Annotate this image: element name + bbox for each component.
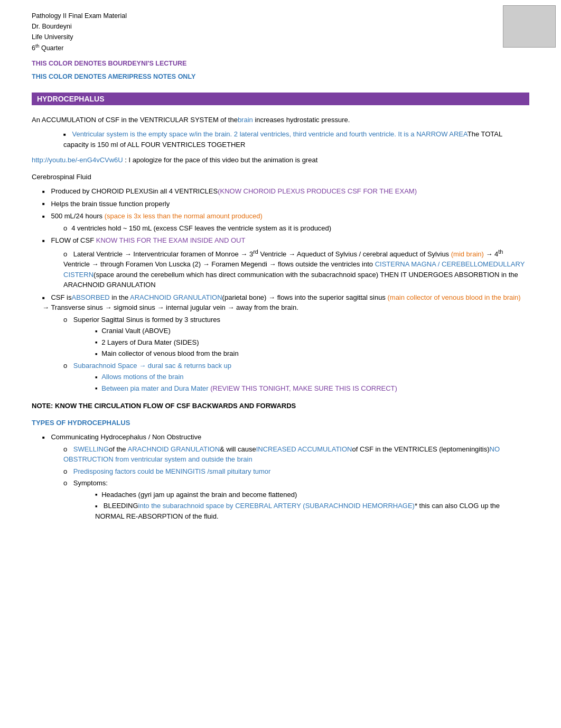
- csf-subarachnoid-space: Subarachnoid Space → dural sac & returns…: [63, 361, 529, 394]
- csf-item3-text: 500 mL/24 hours: [51, 212, 102, 220]
- csf-arachnoid-gran: ARACHNOID GRANULATION: [130, 293, 222, 301]
- subarachnoid-hemorrhage: (SUBARACHNOID HEMORRHAGE): [303, 502, 415, 510]
- csf-absorbed: ABSORBED: [71, 293, 109, 301]
- csf-item1-purple: (KNOW CHOROID PLEXUS PRODUCES CSF FOR TH…: [218, 187, 417, 195]
- header-info: Pathology II Final Exam Material Dr. Bou…: [32, 11, 529, 53]
- bourdeyni-note: THIS COLOR DENOTES BOURDEYNI'S LECTURE: [32, 59, 529, 69]
- csf-item1-black2: in all 4 VENTRICLES: [153, 187, 218, 195]
- csf-cranial-vault: Cranial Vault (ABOVE): [95, 326, 529, 336]
- increased-accum-text: INCREASED ACCUMULATION: [256, 445, 352, 453]
- arachnoid-gran-text: ARACHNOID GRANULATION: [127, 445, 220, 453]
- bleeding-symptom: BLEEDINGinto the subarachnoid space by C…: [95, 501, 529, 521]
- predisposing-factors: Predisposing factors could be MENINGITIS…: [63, 466, 529, 477]
- csf-midbrain: (mid brain): [451, 250, 484, 258]
- intro-text: An ACCUMULATION of CSF in the VENTRICULA…: [32, 115, 529, 125]
- intro-blue: brain: [238, 116, 253, 124]
- header-quarter-num: 6: [32, 44, 35, 52]
- predisposing-text: Predisposing factors could be MENINGITIS…: [73, 467, 271, 475]
- csf-title: Cerebrospinal Fluid: [32, 172, 529, 182]
- csf-between-pia: Between pia mater and Dura Mater (REVIEW…: [95, 383, 529, 394]
- csf-item-5: CSF isABSORBED in the ARACHNOID GRANULAT…: [32, 292, 529, 394]
- csf-allows-motions: Allows motions of the brain: [95, 372, 529, 382]
- header-line2: Dr. Bourdeyni: [32, 21, 529, 32]
- csf-item-2: Helps the brain tissue function properly: [32, 199, 529, 209]
- ventricular-blue: Ventricular system is the empty space w/…: [72, 130, 467, 138]
- bleeding-blue: into the subarachnoid space by CEREBRAL …: [138, 502, 301, 510]
- intro-text1: An ACCUMULATION of CSF in the VENTRICULA…: [32, 116, 238, 124]
- csf-venous-collector: (main collector of venous blood in the b…: [387, 293, 520, 301]
- csf-allows-motions-text: Allows motions of the brain: [101, 373, 183, 381]
- csf-item4-text: FLOW of CSF: [51, 236, 94, 244]
- video-link-text: : I apologize for the pace of this video…: [123, 156, 318, 164]
- csf-item3-orange: (space is 3x less than the normal amount…: [105, 212, 263, 220]
- csf-subarachnoid-blue: Subarachnoid Space → dural sac & returns…: [73, 362, 231, 370]
- csf-item2-text: Helps the brain tissue function properly: [51, 200, 170, 208]
- csf-flow-detail: Lateral Ventricle → Interventricular for…: [63, 247, 529, 290]
- comm-hydrocephalus: Communicating Hydrocephalus / Non Obstru…: [32, 432, 529, 521]
- header-line4: 6th Quarter: [32, 42, 529, 53]
- header-line3: Life University: [32, 32, 529, 42]
- csf-superior-sagittal: Superior Sagittal Sinus is formed by 3 s…: [63, 315, 529, 359]
- circulation-note: NOTE: KNOW THE CIRCULATION FLOW OF CSF B…: [32, 401, 529, 411]
- ventricular-note: Ventricular system is the empty space w/…: [53, 129, 529, 150]
- header-quarter-end: Quarter: [39, 44, 63, 52]
- header-image: [503, 5, 556, 48]
- video-link-line: http://youtu.be/-enG4vCVw6U : I apologiz…: [32, 155, 529, 165]
- swelling-text: SWELLING: [73, 445, 109, 453]
- csf-dura-mater-layers: 2 Layers of Dura Mater (SIDES): [95, 337, 529, 348]
- csf-item4-purple: KNOW THIS FOR THE EXAM INSIDE AND OUT: [96, 236, 246, 244]
- header-line1: Pathology II Final Exam Material: [32, 11, 529, 21]
- ameripress-note: THIS COLOR DENOTES AMERIPRESS NOTES ONLY: [32, 72, 529, 82]
- section-title: HYDROCEPHALUS: [32, 93, 529, 105]
- types-title: TYPES OF HYDROCEPHALUS: [32, 418, 529, 428]
- csf-main-collector: Main collector of venous blood from the …: [95, 348, 529, 359]
- csf-item-3: 500 mL/24 hours (space is 3x less than t…: [32, 211, 529, 233]
- symptoms-item: Symptoms: Headaches (gyri jam up against…: [63, 478, 529, 521]
- csf-cisterna: CISTERNA MAGNA / CEREBELLOMEDULLARY CIST…: [63, 260, 525, 279]
- csf-between-pia-text: Between pia mater and Dura Mater: [101, 384, 208, 392]
- csf-item3-sub: 4 ventricles hold ~ 150 mL (excess CSF l…: [63, 223, 529, 234]
- csf-review-tonight: (REVIEW THIS TONIGHT, MAKE SURE THIS IS …: [210, 384, 397, 392]
- csf-item1-black: Produced by CHOROID PLEXUS: [51, 187, 153, 195]
- csf-item-1: Produced by CHOROID PLEXUSin all 4 VENTR…: [32, 186, 529, 197]
- intro-text-end: increases hydrostatic pressure.: [253, 116, 350, 124]
- csf-item-4: FLOW of CSF KNOW THIS FOR THE EXAM INSID…: [32, 235, 529, 290]
- headaches-symptom: Headaches (gyri jam up against the brain…: [95, 490, 529, 500]
- video-link[interactable]: http://youtu.be/-enG4vCVw6U: [32, 156, 123, 164]
- swelling-item: SWELLINGof the ARACHNOID GRANULATION& wi…: [63, 444, 529, 465]
